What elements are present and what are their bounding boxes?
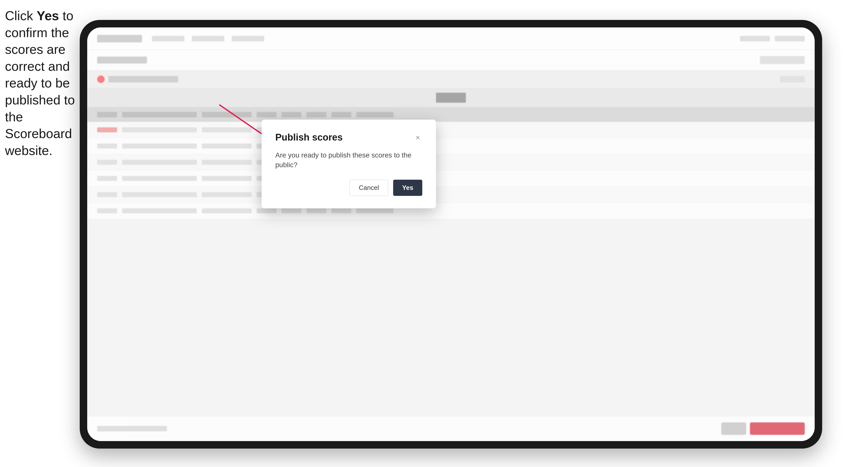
bottom-text	[97, 426, 167, 431]
publish-button-row	[87, 88, 815, 107]
th-r4	[331, 112, 351, 117]
publish-scores-modal: Publish scores × Are you ready to publis…	[261, 120, 436, 208]
modal-body: Are you ready to publish these scores to…	[275, 150, 422, 170]
modal-footer: Cancel Yes	[275, 180, 422, 196]
nav-link-3	[232, 36, 264, 41]
th-total	[356, 112, 394, 117]
yes-button[interactable]: Yes	[393, 180, 422, 196]
table-row	[87, 138, 815, 154]
instruction-bold: Yes	[37, 8, 59, 23]
nav-links	[152, 36, 264, 41]
tournament-header	[87, 70, 815, 88]
tournament-name	[108, 76, 178, 83]
cancel-button[interactable]: Cancel	[349, 180, 388, 196]
th-name	[122, 112, 197, 117]
publish-btn-mock	[436, 93, 466, 103]
table-row	[87, 203, 815, 219]
bottom-right	[721, 423, 805, 435]
th-club	[202, 112, 252, 117]
instruction-text: Click Yes to confirm the scores are corr…	[5, 7, 77, 159]
modal-header: Publish scores ×	[275, 132, 422, 143]
tablet-screen: Publish scores × Are you ready to publis…	[87, 27, 815, 441]
table-row	[87, 154, 815, 170]
page-header-right	[760, 56, 805, 64]
nav-link-1	[152, 36, 184, 41]
modal-message: Are you ready to publish these scores to…	[275, 150, 422, 170]
th-r1	[257, 112, 277, 117]
modal-title: Publish scores	[275, 132, 343, 143]
top-nav	[87, 27, 815, 50]
btn-mock-publish	[750, 423, 805, 435]
instruction-text-part2: to confirm the scores are correct and re…	[5, 8, 75, 158]
th-r2	[281, 112, 302, 117]
nav-right	[740, 36, 805, 41]
tournament-icon	[97, 75, 105, 83]
tournament-score	[780, 76, 805, 83]
tablet-device: Publish scores × Are you ready to publis…	[80, 20, 822, 448]
table-row	[87, 170, 815, 187]
instruction-text-part1: Click	[5, 8, 37, 23]
btn-mock-save	[721, 423, 746, 435]
table-row	[87, 187, 815, 203]
nav-link-2	[192, 36, 224, 41]
modal-close-button[interactable]: ×	[413, 133, 422, 142]
nav-right-item-2	[775, 36, 805, 41]
nav-right-item-1	[740, 36, 770, 41]
nav-logo	[97, 35, 142, 42]
page-title-block	[97, 57, 147, 64]
bottom-bar	[87, 416, 815, 441]
page-header	[87, 50, 815, 70]
th-pos	[97, 112, 117, 117]
app-background	[87, 27, 815, 441]
th-r3	[306, 112, 327, 117]
table-row	[87, 122, 815, 138]
table-header	[87, 107, 815, 122]
